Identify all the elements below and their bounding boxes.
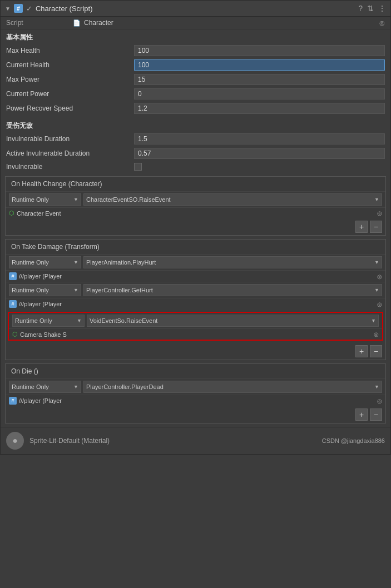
circle-select-icon-4[interactable]: ◎ [377, 398, 382, 404]
dropdown-label: Runtime Only [15, 317, 52, 324]
component-header: ▼ # ✓ Character (Script) ? ⇅ ⋮ [1, 1, 390, 17]
watermark: CSDN @jiangdaxia886 [322, 437, 385, 444]
dropdown-arrow-icon: ▼ [374, 197, 379, 202]
object-ref-player-2: # ///player (Player ◎ [6, 298, 385, 310]
label-current-health: Current Health [6, 61, 134, 69]
dropdown-arrow-icon: ▼ [374, 287, 379, 293]
component-panel: ▼ # ✓ Character (Script) ? ⇅ ⋮ Script 📄 … [0, 0, 391, 455]
dropdown-arrow-icon: ▼ [73, 197, 78, 202]
object-ref-character-event: ⬡ Character Event ◎ [6, 207, 385, 218]
script-label: Script [6, 19, 73, 27]
event-on-die-header: On Die () [6, 364, 385, 378]
hash-ref-icon-2: # [9, 300, 17, 308]
circle-select-icon-3[interactable]: ◎ [374, 331, 379, 337]
object-label-player-3: ///player (Player [19, 397, 62, 404]
label-max-health: Max Health [6, 47, 134, 54]
input-invuln-duration[interactable] [134, 133, 385, 144]
prop-max-health: Max Health [1, 43, 390, 58]
dropdown-label: Runtime Only [12, 383, 49, 390]
dropdown-label: CharacterEventSO.RaiseEvent [86, 196, 171, 203]
add-entry-button-2[interactable]: + [355, 345, 368, 357]
hash-ref-icon-3: # [9, 397, 17, 405]
label-invuln-duration: Invulnerable Duration [6, 135, 134, 143]
label-current-power: Current Power [6, 90, 134, 98]
highlighted-entry: Runtime Only ▼ VoidEventSo.RaiseEvent ▼ … [8, 312, 383, 341]
label-power-recover: Power Recover Speed [6, 104, 134, 112]
object-icon-green-camera: ⬡ [12, 331, 18, 338]
material-avatar: ● [6, 432, 24, 450]
plus-minus-row-3: + − [6, 406, 385, 423]
checkbox-invulnerable[interactable] [134, 163, 142, 171]
dropdown-arrow-icon: ▼ [73, 287, 78, 293]
remove-entry-button-1[interactable]: − [370, 221, 382, 233]
dropdown-void-event[interactable]: VoidEventSo.RaiseEvent ▼ [87, 315, 379, 327]
event-take-damage-row2: Runtime Only ▼ PlayerController.GetHurt … [6, 282, 385, 298]
hash-icon: # [14, 4, 23, 13]
script-doc-icon: 📄 [73, 19, 81, 27]
dropdown-runtime-only-3[interactable]: Runtime Only ▼ [9, 381, 81, 393]
script-circle-icon: ◎ [379, 19, 385, 27]
label-max-power: Max Power [6, 76, 134, 83]
dropdown-arrow-icon: ▼ [374, 260, 379, 265]
add-entry-button-1[interactable]: + [355, 221, 368, 233]
input-power-recover[interactable] [134, 103, 385, 114]
plus-minus-row-1: + − [6, 218, 385, 235]
dropdown-player-dead[interactable]: PlayerController.PlayerDead ▼ [83, 381, 382, 393]
object-label-player-2: ///player (Player [19, 301, 62, 307]
dropdown-runtime-only-2c[interactable]: Runtime Only ▼ [12, 315, 85, 327]
input-current-power[interactable] [134, 88, 385, 99]
input-max-power[interactable] [134, 74, 385, 85]
dropdown-label: PlayerAnimation.PlayHurt [86, 259, 156, 266]
circle-select-icon[interactable]: ◎ [377, 210, 382, 216]
event-health-change-row1: Runtime Only ▼ CharacterEventSO.RaiseEve… [6, 191, 385, 207]
remove-entry-button-2[interactable]: − [370, 345, 382, 357]
add-entry-button-3[interactable]: + [355, 408, 368, 421]
input-current-health[interactable] [134, 59, 385, 71]
object-icon-green: ⬡ [9, 210, 14, 217]
section-basic: 基本属性 [1, 29, 390, 43]
prop-current-power: Current Power [1, 87, 390, 101]
dropdown-arrow-icon: ▼ [73, 384, 78, 390]
circle-select-icon-2[interactable]: ◎ [377, 301, 382, 307]
event-take-damage: On Take Damage (Transform) Runtime Only … [5, 239, 386, 360]
header-actions: ? ⇅ ⋮ [358, 4, 386, 13]
event-health-change-header: On Health Change (Character) [6, 177, 385, 191]
dropdown-label: PlayerController.GetHurt [86, 287, 153, 293]
dropdown-play-hurt[interactable]: PlayerAnimation.PlayHurt ▼ [83, 256, 382, 268]
settings-icon[interactable]: ⇅ [367, 4, 374, 13]
input-active-invuln-duration[interactable] [134, 148, 385, 159]
event-take-damage-header: On Take Damage (Transform) [6, 240, 385, 254]
input-max-health[interactable] [134, 45, 385, 56]
object-ref-player-3: # ///player (Player ◎ [6, 395, 385, 406]
event-health-change: On Health Change (Character) Runtime Onl… [5, 176, 386, 236]
script-name: Character [84, 19, 113, 27]
dropdown-label: Runtime Only [12, 196, 49, 203]
dropdown-arrow-icon: ▼ [73, 260, 78, 265]
dropdown-arrow-icon: ▼ [374, 384, 379, 390]
remove-entry-button-3[interactable]: − [370, 408, 382, 421]
dropdown-runtime-only-2b[interactable]: Runtime Only ▼ [9, 284, 81, 296]
menu-icon[interactable]: ⋮ [378, 4, 386, 13]
event-take-damage-row1: Runtime Only ▼ PlayerAnimation.PlayHurt … [6, 254, 385, 270]
dropdown-runtime-only-1[interactable]: Runtime Only ▼ [9, 193, 81, 206]
dropdown-label: Runtime Only [12, 259, 49, 266]
label-invulnerable: Invulnerable [6, 163, 134, 171]
help-icon[interactable]: ? [358, 4, 363, 13]
dropdown-label: Runtime Only [12, 287, 49, 293]
prop-max-power: Max Power [1, 72, 390, 87]
event-on-die: On Die () Runtime Only ▼ PlayerControlle… [5, 363, 386, 423]
dropdown-label: PlayerController.PlayerDead [86, 383, 164, 390]
object-ref-camera-shake: ⬡ Camera Shake S ◎ [9, 328, 382, 340]
plus-minus-row-2: + − [6, 343, 385, 360]
object-label-character-event: Character Event [17, 210, 61, 217]
prop-active-invuln-duration: Active Invulnerable Duration [1, 146, 390, 161]
dropdown-get-hurt[interactable]: PlayerController.GetHurt ▼ [83, 284, 382, 296]
checkmark-icon[interactable]: ✓ [26, 4, 32, 13]
circle-select-icon-1[interactable]: ◎ [377, 273, 382, 280]
event-on-die-row1: Runtime Only ▼ PlayerController.PlayerDe… [6, 378, 385, 395]
label-active-invuln-duration: Active Invulnerable Duration [6, 150, 134, 157]
dropdown-runtime-only-2a[interactable]: Runtime Only ▼ [9, 256, 81, 268]
collapse-arrow[interactable]: ▼ [5, 6, 11, 12]
dropdown-character-event-so[interactable]: CharacterEventSO.RaiseEvent ▼ [83, 193, 382, 206]
event-take-damage-row3: Runtime Only ▼ VoidEventSo.RaiseEvent ▼ [9, 313, 382, 328]
